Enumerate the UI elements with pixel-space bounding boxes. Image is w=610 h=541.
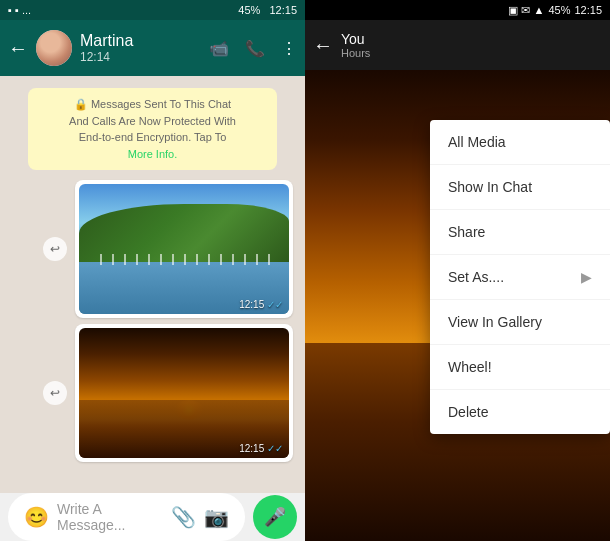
forward-btn-1[interactable]: ↩	[43, 237, 67, 261]
more-icon[interactable]: ⋮	[281, 39, 297, 58]
avatar-image	[36, 30, 72, 66]
harbor-boats	[100, 254, 279, 264]
more-info-link[interactable]: More Info.	[128, 148, 178, 160]
media-send-time: Hours	[341, 47, 602, 59]
video-call-icon[interactable]: 📹	[209, 39, 229, 58]
media-status-icons: ▣ ✉ ▲	[508, 4, 544, 17]
menu-label-set-as: Set As....	[448, 269, 504, 285]
menu-item-all-media[interactable]: All Media	[430, 120, 610, 165]
status-bar-left: ▪ ▪ ... 45% 12:15	[0, 0, 305, 20]
phone-icon[interactable]: 📞	[245, 39, 265, 58]
enc-line1: 🔒 Messages Sent To This Chat	[74, 98, 231, 110]
avatar	[36, 30, 72, 66]
bottom-bar: 😊 Write A Message... 📎 📷 🎤	[0, 493, 305, 541]
time-left: 12:15	[269, 4, 297, 16]
chat-header: ← Martina 12:14 📹 📞 ⋮	[0, 20, 305, 76]
message-1: ↩ 12:15 ✓✓	[75, 180, 293, 318]
chat-panel: ▪ ▪ ... 45% 12:15 ← Martina 12:14 📹 📞 ⋮ …	[0, 0, 305, 541]
menu-label-wheel: Wheel!	[448, 359, 492, 375]
media-back-button[interactable]: ←	[313, 34, 333, 57]
harbor-hills	[79, 204, 289, 263]
enc-line2: And Calls Are Now Protected With	[69, 115, 236, 127]
read-checkmarks-1: ✓✓	[267, 299, 283, 310]
menu-label-all-media: All Media	[448, 134, 506, 150]
battery-pct-left: 45%	[238, 4, 260, 16]
emoji-icon[interactable]: 😊	[24, 505, 49, 529]
media-panel: ▣ ✉ ▲ 45% 12:15 ← You Hours All Media Sh…	[305, 0, 610, 541]
menu-item-share[interactable]: Share	[430, 210, 610, 255]
header-info: Martina 12:14	[80, 32, 201, 64]
status-icons-left: ▪ ▪ ...	[8, 4, 31, 16]
chat-messages: 🔒 Messages Sent To This Chat And Calls A…	[0, 76, 305, 493]
enc-line3: End-to-end Encryption. Tap To	[79, 131, 227, 143]
status-info-left: 45% 12:15	[238, 4, 297, 16]
forward-btn-2[interactable]: ↩	[43, 381, 67, 405]
media-status-bar: ▣ ✉ ▲ 45% 12:15	[305, 0, 610, 20]
contact-status: 12:14	[80, 50, 201, 64]
context-menu: All Media Show In Chat Share Set As.... …	[430, 120, 610, 434]
menu-item-wheel[interactable]: Wheel!	[430, 345, 610, 390]
bubble-1: 12:15 ✓✓	[75, 180, 293, 318]
media-image-area: All Media Show In Chat Share Set As.... …	[305, 70, 610, 541]
camera-icon[interactable]: 📷	[204, 505, 229, 529]
msg-time-1: 12:15 ✓✓	[239, 299, 283, 310]
mic-icon: 🎤	[264, 506, 286, 528]
sunset-image[interactable]: 12:15 ✓✓	[79, 328, 289, 458]
menu-item-set-as[interactable]: Set As.... ▶	[430, 255, 610, 300]
contact-name: Martina	[80, 32, 201, 50]
media-battery: 45%	[548, 4, 570, 16]
message-placeholder[interactable]: Write A Message...	[57, 501, 163, 533]
msg-time-2: 12:15 ✓✓	[239, 443, 283, 454]
sunset-scene	[79, 328, 289, 458]
menu-item-view-in-gallery[interactable]: View In Gallery	[430, 300, 610, 345]
bubble-2: 12:15 ✓✓	[75, 324, 293, 462]
media-time: 12:15	[574, 4, 602, 16]
set-as-arrow-icon: ▶	[581, 269, 592, 285]
media-header: ← You Hours	[305, 20, 610, 70]
header-action-icons: 📹 📞 ⋮	[209, 39, 297, 58]
mic-button[interactable]: 🎤	[253, 495, 297, 539]
message-input-wrapper: 😊 Write A Message... 📎 📷	[8, 493, 245, 541]
back-button[interactable]: ←	[8, 37, 28, 60]
menu-label-share: Share	[448, 224, 485, 240]
menu-label-show-in-chat: Show In Chat	[448, 179, 532, 195]
menu-label-view-in-gallery: View In Gallery	[448, 314, 542, 330]
menu-item-delete[interactable]: Delete	[430, 390, 610, 434]
menu-item-show-in-chat[interactable]: Show In Chat	[430, 165, 610, 210]
harbor-scene	[79, 184, 289, 314]
message-2: ↩ 12:15 ✓✓	[75, 324, 293, 462]
attach-icon[interactable]: 📎	[171, 505, 196, 529]
media-sender-info: You Hours	[341, 31, 602, 59]
menu-label-delete: Delete	[448, 404, 488, 420]
encryption-notice: 🔒 Messages Sent To This Chat And Calls A…	[28, 88, 277, 170]
media-sender-name: You	[341, 31, 602, 47]
harbor-image[interactable]: 12:15 ✓✓	[79, 184, 289, 314]
read-checkmarks-2: ✓✓	[267, 443, 283, 454]
